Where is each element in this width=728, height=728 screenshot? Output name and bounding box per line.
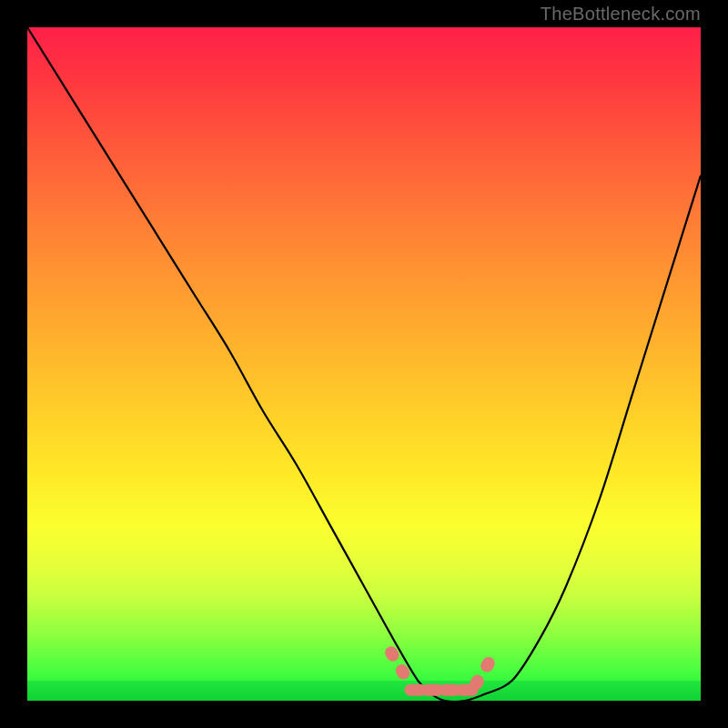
plot-area bbox=[27, 27, 701, 701]
chart-frame: TheBottleneck.com bbox=[0, 0, 728, 728]
watermark-text: TheBottleneck.com bbox=[541, 4, 701, 25]
bottleneck-curve bbox=[27, 27, 701, 701]
